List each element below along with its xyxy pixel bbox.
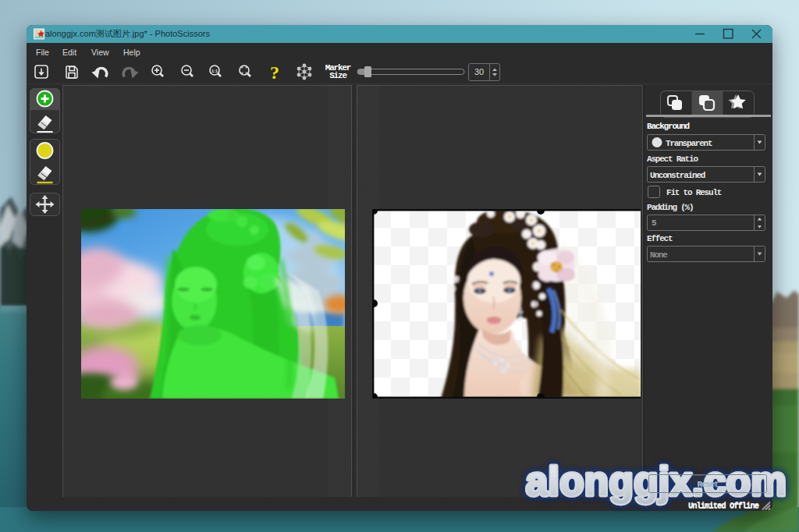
- svg-text:Padding (%): Padding (%): [647, 203, 693, 212]
- svg-text:Aspect Ratio: Aspect Ratio: [647, 154, 698, 164]
- svg-text:Transparent: Transparent: [666, 139, 712, 148]
- svg-text:1:1: 1:1: [211, 69, 218, 73]
- svg-text:Size: Size: [329, 71, 347, 80]
- svg-text:Unconstrained: Unconstrained: [650, 171, 705, 180]
- svg-text:alonggjx.com: alonggjx.com: [526, 459, 787, 504]
- svg-text:Unlimited Offline: Unlimited Offline: [688, 502, 759, 511]
- svg-text:30: 30: [474, 67, 484, 76]
- svg-text:None: None: [650, 250, 668, 260]
- svg-text:?: ?: [270, 62, 279, 83]
- svg-text:Fit to Result: Fit to Result: [666, 188, 722, 197]
- svg-text:Reset: Reset: [697, 480, 719, 489]
- svg-text:Background: Background: [647, 122, 690, 131]
- svg-text:Effect: Effect: [647, 234, 673, 243]
